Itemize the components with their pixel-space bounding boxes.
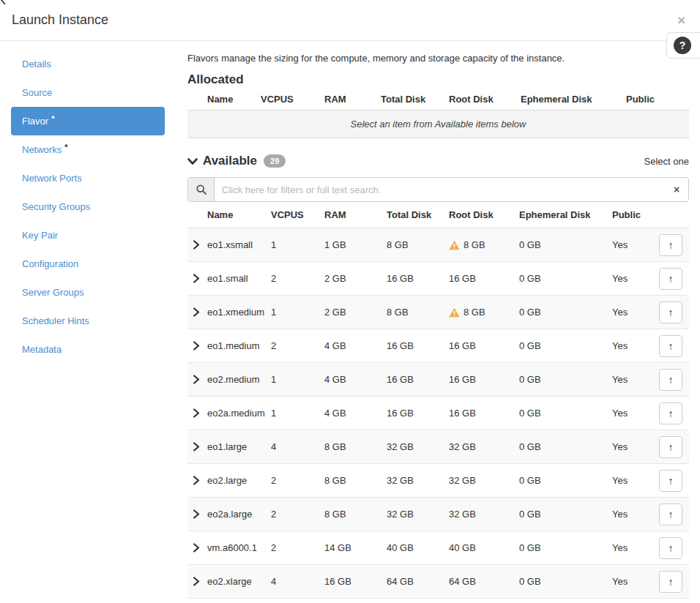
- flavor-action-cell: ↑: [659, 571, 689, 593]
- up-arrow-icon: ↑: [669, 408, 674, 419]
- column-header-public: Public: [612, 209, 659, 220]
- sidebar-item-key-pair[interactable]: Key Pair: [11, 221, 165, 250]
- flavor-root-disk-cell: 16 GB: [449, 340, 519, 351]
- chevron-right-icon: [193, 375, 200, 384]
- allocate-flavor-button[interactable]: ↑: [659, 402, 682, 424]
- flavor-ram: 2 GB: [324, 273, 387, 284]
- flavor-ephemeral-disk: 0 GB: [519, 374, 612, 385]
- allocate-flavor-button[interactable]: ↑: [659, 268, 682, 290]
- flavor-vcpus: 1: [271, 239, 324, 250]
- up-arrow-icon: ↑: [669, 340, 674, 352]
- sidebar-item-label: Networks: [22, 144, 62, 155]
- expand-row-button[interactable]: [187, 476, 207, 485]
- allocate-flavor-button[interactable]: ↑: [659, 369, 682, 391]
- column-header-ephemeral-disk: Ephemeral Disk: [519, 209, 612, 220]
- sidebar-item-flavor[interactable]: Flavor*: [11, 107, 165, 135]
- flavor-root-disk: 32 GB: [449, 475, 476, 486]
- flavor-public: Yes: [612, 576, 659, 587]
- allocate-flavor-button[interactable]: ↑: [659, 302, 682, 323]
- sidebar-item-label: Security Groups: [22, 201, 90, 212]
- sidebar-item-label: Network Ports: [22, 173, 82, 184]
- close-icon[interactable]: ×: [677, 13, 685, 27]
- chevron-right-icon: [193, 509, 200, 519]
- expand-row-button[interactable]: [187, 543, 207, 553]
- up-arrow-icon: ↑: [669, 475, 674, 487]
- sidebar-item-label: Source: [22, 87, 52, 98]
- sidebar-item-networks[interactable]: Networks*: [11, 135, 165, 164]
- flavor-ephemeral-disk: 0 GB: [519, 239, 612, 250]
- flavor-action-cell: ↑: [659, 470, 689, 492]
- flavor-root-disk-cell: 40 GB: [449, 542, 519, 553]
- column-header-ram: RAM: [324, 94, 381, 105]
- available-table-header: Name VCPUS RAM Total Disk Root Disk Ephe…: [187, 202, 689, 228]
- chevron-right-icon: [193, 240, 200, 250]
- sidebar-item-server-groups[interactable]: Server Groups: [11, 278, 165, 307]
- sidebar-item-details[interactable]: Details: [11, 50, 165, 78]
- chevron-right-icon: [193, 577, 200, 586]
- table-row: eo1.small 2 2 GB 16 GB 16 GB 0 GB Yes ↑: [187, 262, 689, 296]
- flavor-vcpus: 2: [271, 509, 324, 520]
- sidebar-item-metadata[interactable]: Metadata: [11, 335, 165, 364]
- expand-row-button[interactable]: [187, 577, 207, 586]
- flavor-name: eo2a.large: [207, 509, 271, 520]
- flavor-ram: 1 GB: [324, 239, 387, 250]
- flavor-public: Yes: [612, 475, 659, 486]
- flavor-total-disk: 16 GB: [387, 408, 449, 419]
- allocate-flavor-button[interactable]: ↑: [659, 335, 682, 357]
- flavor-ephemeral-disk: 0 GB: [519, 441, 612, 452]
- sidebar-item-scheduler-hints[interactable]: Scheduler Hints: [11, 307, 165, 335]
- flavor-ephemeral-disk: 0 GB: [519, 576, 612, 587]
- expand-row-button[interactable]: [187, 375, 207, 384]
- table-row: eo1.large 4 8 GB 32 GB 32 GB 0 GB Yes ↑: [187, 430, 689, 464]
- flavor-ephemeral-disk: 0 GB: [519, 408, 612, 419]
- flavor-public: Yes: [612, 509, 659, 520]
- column-header-total-disk: Total Disk: [387, 209, 449, 220]
- allocate-flavor-button[interactable]: ↑: [659, 234, 682, 256]
- allocate-flavor-button[interactable]: ↑: [659, 537, 682, 559]
- flavor-action-cell: ↑: [659, 436, 689, 458]
- allocate-flavor-button[interactable]: ↑: [659, 470, 682, 492]
- expand-row-button[interactable]: [187, 274, 207, 283]
- sidebar-item-security-groups[interactable]: Security Groups: [11, 192, 165, 221]
- clear-search-icon[interactable]: ×: [665, 178, 688, 201]
- expand-row-button[interactable]: [187, 341, 207, 351]
- flavor-action-cell: ↑: [659, 268, 689, 290]
- flavor-public: Yes: [612, 340, 659, 351]
- up-arrow-icon: ↑: [669, 542, 674, 554]
- flavor-vcpus: 2: [271, 542, 324, 553]
- expand-row-button[interactable]: [187, 408, 207, 418]
- allocate-flavor-button[interactable]: ↑: [659, 436, 682, 458]
- allocate-flavor-button[interactable]: ↑: [659, 571, 682, 593]
- flavor-ephemeral-disk: 0 GB: [519, 475, 612, 486]
- flavor-total-disk: 40 GB: [387, 542, 449, 553]
- column-header-name: Name: [207, 209, 271, 220]
- up-arrow-icon: ↑: [669, 441, 674, 453]
- expand-row-button[interactable]: [187, 509, 207, 519]
- search-input[interactable]: [215, 178, 665, 201]
- expand-row-button[interactable]: [187, 240, 207, 250]
- sidebar-item-network-ports[interactable]: Network Ports: [11, 164, 165, 192]
- flavor-root-disk-cell: 8 GB: [449, 239, 519, 250]
- expand-row-button[interactable]: [187, 442, 207, 452]
- help-button[interactable]: ?: [666, 32, 700, 59]
- flavor-vcpus: 4: [271, 441, 324, 452]
- flavor-root-disk: 16 GB: [449, 273, 476, 284]
- sidebar-item-source[interactable]: Source: [11, 78, 165, 107]
- sidebar-item-configuration[interactable]: Configuration: [11, 250, 165, 278]
- table-row: eo2.medium 1 4 GB 16 GB 16 GB 0 GB Yes ↑: [187, 363, 689, 397]
- allocate-flavor-button[interactable]: ↑: [659, 503, 682, 525]
- flavor-root-disk: 8 GB: [463, 239, 485, 250]
- table-row: eo2a.large 2 8 GB 32 GB 32 GB 0 GB Yes ↑: [187, 498, 689, 531]
- flavor-ram: 16 GB: [324, 576, 387, 587]
- expand-row-button[interactable]: [187, 307, 207, 317]
- flavor-ephemeral-disk: 0 GB: [519, 340, 612, 351]
- sidebar-item-label: Details: [22, 59, 51, 70]
- chevron-right-icon: [193, 274, 200, 283]
- flavor-name: eo2.xlarge: [207, 576, 271, 587]
- flavor-root-disk-cell: 16 GB: [449, 273, 519, 284]
- flavor-root-disk: 16 GB: [449, 408, 476, 419]
- flavor-name: eo2.large: [207, 475, 271, 486]
- flavor-vcpus: 1: [271, 408, 324, 419]
- chevron-down-icon[interactable]: [187, 157, 198, 165]
- table-row: eo2.large 2 8 GB 32 GB 32 GB 0 GB Yes ↑: [187, 464, 689, 498]
